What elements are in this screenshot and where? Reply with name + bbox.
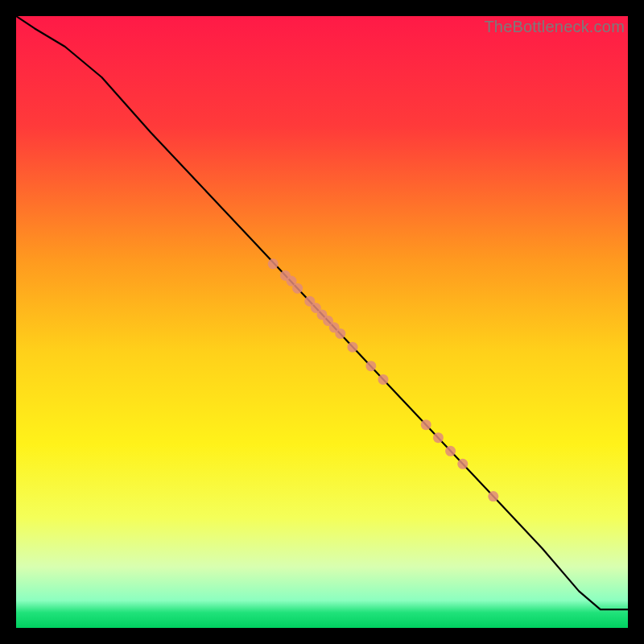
chart-marker [433,432,444,443]
chart-background [16,16,628,628]
chart-marker [378,374,389,385]
chart-frame: TheBottleneck.com [16,16,628,628]
chart-marker [268,258,279,269]
watermark-text: TheBottleneck.com [484,18,625,36]
chart-marker [457,459,468,469]
chart-marker [365,361,376,371]
chart-marker [292,283,303,294]
chart-marker [421,419,431,430]
chart-marker [335,328,345,339]
chart-marker [445,446,456,456]
chart-plot [16,16,628,628]
chart-marker [488,491,498,502]
chart-marker [348,342,358,353]
